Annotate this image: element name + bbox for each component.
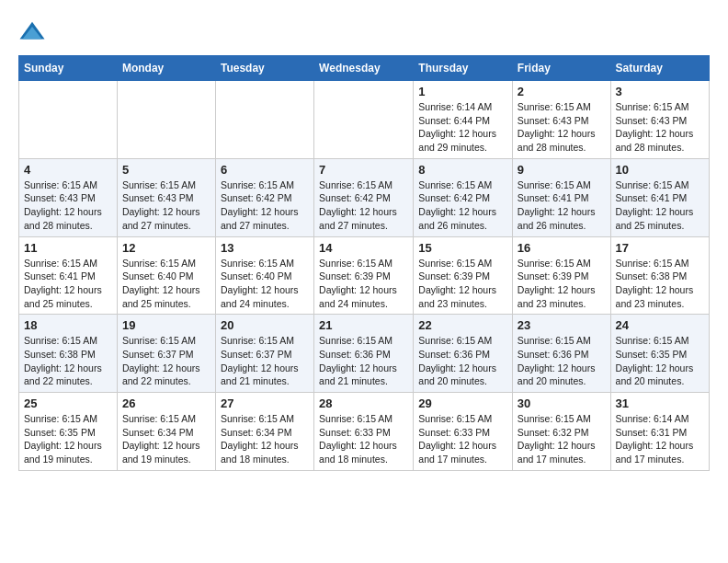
page-header xyxy=(18,18,710,46)
day-number: 31 xyxy=(616,396,704,410)
day-number: 15 xyxy=(418,241,507,255)
day-info: Sunrise: 6:15 AMSunset: 6:42 PMDaylight:… xyxy=(319,178,408,233)
week-row-2: 4Sunrise: 6:15 AMSunset: 6:43 PMDaylight… xyxy=(19,158,710,236)
day-number: 6 xyxy=(221,163,309,177)
day-number: 1 xyxy=(418,85,507,98)
day-cell xyxy=(314,81,414,159)
header-tuesday: Tuesday xyxy=(215,56,313,81)
day-cell: 28Sunrise: 6:15 AMSunset: 6:33 PMDayligh… xyxy=(314,393,414,471)
day-number: 16 xyxy=(518,241,606,255)
day-number: 4 xyxy=(24,163,112,177)
day-cell: 18Sunrise: 6:15 AMSunset: 6:38 PMDayligh… xyxy=(19,315,118,393)
calendar-table: SundayMondayTuesdayWednesdayThursdayFrid… xyxy=(18,55,710,471)
day-info: Sunrise: 6:15 AMSunset: 6:38 PMDaylight:… xyxy=(616,257,704,311)
day-info: Sunrise: 6:14 AMSunset: 6:31 PMDaylight:… xyxy=(616,412,704,466)
day-number: 29 xyxy=(418,396,507,410)
day-cell: 25Sunrise: 6:15 AMSunset: 6:35 PMDayligh… xyxy=(19,393,118,471)
day-cell: 14Sunrise: 6:15 AMSunset: 6:39 PMDayligh… xyxy=(314,236,414,315)
day-info: Sunrise: 6:15 AMSunset: 6:43 PMDaylight:… xyxy=(24,178,112,233)
header-thursday: Thursday xyxy=(414,56,513,81)
day-cell: 21Sunrise: 6:15 AMSunset: 6:36 PMDayligh… xyxy=(314,315,414,393)
day-cell: 27Sunrise: 6:15 AMSunset: 6:34 PMDayligh… xyxy=(215,393,313,471)
day-cell: 1Sunrise: 6:14 AMSunset: 6:44 PMDaylight… xyxy=(414,81,513,159)
day-number: 18 xyxy=(24,318,112,332)
day-number: 13 xyxy=(221,241,309,255)
day-info: Sunrise: 6:15 AMSunset: 6:34 PMDaylight:… xyxy=(122,412,210,466)
day-number: 7 xyxy=(319,163,408,177)
day-cell: 4Sunrise: 6:15 AMSunset: 6:43 PMDaylight… xyxy=(19,158,118,236)
day-info: Sunrise: 6:15 AMSunset: 6:36 PMDaylight:… xyxy=(518,334,606,388)
day-info: Sunrise: 6:15 AMSunset: 6:35 PMDaylight:… xyxy=(616,334,704,388)
day-number: 14 xyxy=(319,241,408,255)
day-cell: 10Sunrise: 6:15 AMSunset: 6:41 PMDayligh… xyxy=(610,158,709,236)
day-cell: 17Sunrise: 6:15 AMSunset: 6:38 PMDayligh… xyxy=(610,236,709,315)
day-number: 19 xyxy=(122,318,210,332)
day-cell: 11Sunrise: 6:15 AMSunset: 6:41 PMDayligh… xyxy=(19,236,118,315)
day-info: Sunrise: 6:15 AMSunset: 6:40 PMDaylight:… xyxy=(221,257,309,311)
day-info: Sunrise: 6:15 AMSunset: 6:41 PMDaylight:… xyxy=(24,257,112,311)
day-info: Sunrise: 6:14 AMSunset: 6:44 PMDaylight:… xyxy=(418,100,507,155)
day-cell: 16Sunrise: 6:15 AMSunset: 6:39 PMDayligh… xyxy=(512,236,610,315)
day-number: 25 xyxy=(24,396,112,410)
day-number: 20 xyxy=(221,318,309,332)
day-number: 22 xyxy=(418,318,507,332)
day-number: 8 xyxy=(418,163,507,177)
day-info: Sunrise: 6:15 AMSunset: 6:42 PMDaylight:… xyxy=(418,178,507,233)
day-info: Sunrise: 6:15 AMSunset: 6:36 PMDaylight:… xyxy=(319,334,408,388)
day-cell: 26Sunrise: 6:15 AMSunset: 6:34 PMDayligh… xyxy=(117,393,215,471)
logo xyxy=(18,18,50,46)
day-cell: 13Sunrise: 6:15 AMSunset: 6:40 PMDayligh… xyxy=(215,236,313,315)
header-wednesday: Wednesday xyxy=(314,56,414,81)
day-info: Sunrise: 6:15 AMSunset: 6:32 PMDaylight:… xyxy=(518,412,606,466)
day-info: Sunrise: 6:15 AMSunset: 6:37 PMDaylight:… xyxy=(221,334,309,388)
day-cell: 7Sunrise: 6:15 AMSunset: 6:42 PMDaylight… xyxy=(314,158,414,236)
day-info: Sunrise: 6:15 AMSunset: 6:35 PMDaylight:… xyxy=(24,412,112,466)
day-number: 2 xyxy=(518,85,606,98)
day-info: Sunrise: 6:15 AMSunset: 6:34 PMDaylight:… xyxy=(221,412,309,466)
header-row: SundayMondayTuesdayWednesdayThursdayFrid… xyxy=(19,56,710,81)
day-info: Sunrise: 6:15 AMSunset: 6:41 PMDaylight:… xyxy=(616,178,704,233)
day-cell: 20Sunrise: 6:15 AMSunset: 6:37 PMDayligh… xyxy=(215,315,313,393)
day-number: 3 xyxy=(616,85,704,98)
day-number: 30 xyxy=(518,396,606,410)
day-info: Sunrise: 6:15 AMSunset: 6:37 PMDaylight:… xyxy=(122,334,210,388)
day-info: Sunrise: 6:15 AMSunset: 6:36 PMDaylight:… xyxy=(418,334,507,388)
day-info: Sunrise: 6:15 AMSunset: 6:33 PMDaylight:… xyxy=(418,412,507,466)
day-cell: 12Sunrise: 6:15 AMSunset: 6:40 PMDayligh… xyxy=(117,236,215,315)
day-info: Sunrise: 6:15 AMSunset: 6:38 PMDaylight:… xyxy=(24,334,112,388)
day-cell xyxy=(215,81,313,159)
day-cell: 31Sunrise: 6:14 AMSunset: 6:31 PMDayligh… xyxy=(610,393,709,471)
day-info: Sunrise: 6:15 AMSunset: 6:42 PMDaylight:… xyxy=(221,178,309,233)
day-cell xyxy=(19,81,118,159)
day-info: Sunrise: 6:15 AMSunset: 6:43 PMDaylight:… xyxy=(616,100,704,155)
day-cell: 29Sunrise: 6:15 AMSunset: 6:33 PMDayligh… xyxy=(414,393,513,471)
day-cell: 30Sunrise: 6:15 AMSunset: 6:32 PMDayligh… xyxy=(512,393,610,471)
day-info: Sunrise: 6:15 AMSunset: 6:40 PMDaylight:… xyxy=(122,257,210,311)
day-number: 9 xyxy=(518,163,606,177)
day-cell: 2Sunrise: 6:15 AMSunset: 6:43 PMDaylight… xyxy=(512,81,610,159)
week-row-5: 25Sunrise: 6:15 AMSunset: 6:35 PMDayligh… xyxy=(19,393,710,471)
day-cell: 3Sunrise: 6:15 AMSunset: 6:43 PMDaylight… xyxy=(610,81,709,159)
day-info: Sunrise: 6:15 AMSunset: 6:39 PMDaylight:… xyxy=(319,257,408,311)
header-saturday: Saturday xyxy=(610,56,709,81)
day-info: Sunrise: 6:15 AMSunset: 6:41 PMDaylight:… xyxy=(518,178,606,233)
day-cell: 22Sunrise: 6:15 AMSunset: 6:36 PMDayligh… xyxy=(414,315,513,393)
header-friday: Friday xyxy=(512,56,610,81)
day-number: 17 xyxy=(616,241,704,255)
day-cell xyxy=(117,81,215,159)
day-info: Sunrise: 6:15 AMSunset: 6:39 PMDaylight:… xyxy=(418,257,507,311)
day-number: 5 xyxy=(122,163,210,177)
header-sunday: Sunday xyxy=(19,56,118,81)
logo-icon xyxy=(18,18,46,46)
day-cell: 19Sunrise: 6:15 AMSunset: 6:37 PMDayligh… xyxy=(117,315,215,393)
day-number: 21 xyxy=(319,318,408,332)
week-row-3: 11Sunrise: 6:15 AMSunset: 6:41 PMDayligh… xyxy=(19,236,710,315)
week-row-1: 1Sunrise: 6:14 AMSunset: 6:44 PMDaylight… xyxy=(19,81,710,159)
day-number: 28 xyxy=(319,396,408,410)
day-cell: 15Sunrise: 6:15 AMSunset: 6:39 PMDayligh… xyxy=(414,236,513,315)
day-number: 12 xyxy=(122,241,210,255)
day-info: Sunrise: 6:15 AMSunset: 6:33 PMDaylight:… xyxy=(319,412,408,466)
day-number: 10 xyxy=(616,163,704,177)
day-number: 26 xyxy=(122,396,210,410)
day-number: 11 xyxy=(24,241,112,255)
